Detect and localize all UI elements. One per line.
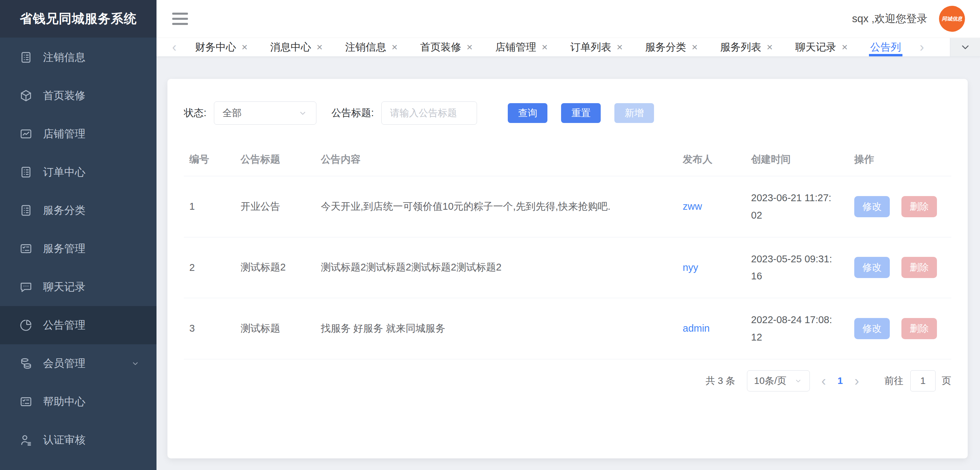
- cell-created: 2022-08-24 17:08:12: [746, 298, 849, 359]
- publisher-link[interactable]: zww: [683, 201, 702, 212]
- announcement-card: 状态: 全部 公告标题: 查询 重置 新增 编号: [167, 79, 968, 458]
- tab-service-category[interactable]: 服务分类×: [645, 38, 698, 56]
- announcement-title-input[interactable]: [381, 102, 477, 125]
- list-check-icon: [19, 242, 33, 256]
- sidebar-item-label: 服务分类: [43, 203, 86, 218]
- col-id: 编号: [184, 144, 235, 176]
- close-icon[interactable]: ×: [842, 42, 848, 52]
- close-icon[interactable]: ×: [767, 42, 773, 52]
- hamburger-menu-icon[interactable]: [172, 13, 188, 25]
- welcome-text: sqx ,欢迎您登录: [852, 12, 928, 26]
- sidebar-item-home-decorate[interactable]: 首页装修: [0, 76, 156, 115]
- close-icon[interactable]: ×: [317, 42, 323, 52]
- edit-button[interactable]: 修改: [854, 257, 890, 278]
- sidebar-item-member-manage[interactable]: 会员管理: [0, 344, 156, 383]
- close-icon[interactable]: ×: [542, 42, 548, 52]
- avatar[interactable]: 同城信息: [939, 6, 965, 32]
- top-header: sqx ,欢迎您登录 同城信息: [156, 0, 980, 38]
- sidebar-item-label: 认证审核: [43, 433, 86, 447]
- avatar-label: 同城信息: [942, 16, 962, 22]
- tab-logout-info[interactable]: 注销信息×: [345, 38, 398, 56]
- sidebar-item-logout-info[interactable]: 注销信息: [0, 38, 156, 76]
- status-select[interactable]: 全部: [214, 102, 317, 125]
- goto-label: 前往: [885, 374, 904, 387]
- publisher-link[interactable]: nyy: [683, 262, 698, 273]
- cell-title: 开业公告: [235, 176, 315, 237]
- delete-button[interactable]: 删除: [901, 196, 937, 217]
- cell-created: 2023-06-21 11:27:02: [746, 176, 849, 237]
- total-count: 共 3 条: [706, 374, 735, 387]
- announcement-title-label: 公告标题:: [331, 106, 374, 120]
- search-button[interactable]: 查询: [508, 103, 547, 123]
- sidebar-item-help-center[interactable]: 帮助中心: [0, 383, 156, 421]
- tab-service-list[interactable]: 服务列表×: [720, 38, 773, 56]
- close-icon[interactable]: ×: [467, 42, 473, 52]
- close-icon[interactable]: ×: [242, 42, 248, 52]
- close-icon[interactable]: ×: [692, 42, 698, 52]
- page-size-select[interactable]: 10条/页: [747, 370, 810, 391]
- chevron-down-icon: [298, 108, 308, 118]
- sidebar: 省钱兄同城服务系统 注销信息 首页装修 店铺管理 订单中心 服务分类 服务管理: [0, 0, 156, 470]
- tab-scroll-right-icon[interactable]: ›: [912, 38, 931, 56]
- publisher-link[interactable]: admin: [683, 323, 710, 334]
- announcement-table: 编号 公告标题 公告内容 发布人 创建时间 操作 1 开业公告 今天开业,到店统…: [184, 144, 951, 359]
- sidebar-item-label: 服务管理: [43, 241, 86, 256]
- chevron-down-icon: [959, 41, 972, 53]
- chevron-down-icon: [794, 376, 803, 385]
- coins-icon: [19, 357, 33, 370]
- cell-content: 找服务 好服务 就来同城服务: [315, 298, 677, 359]
- close-icon[interactable]: ×: [617, 42, 623, 52]
- sidebar-item-auth-review[interactable]: 认证审核: [0, 421, 156, 459]
- goto-page-input[interactable]: [910, 370, 935, 391]
- sidebar-item-label: 公告管理: [43, 318, 86, 332]
- tab-scroll-left-icon[interactable]: ‹: [165, 38, 184, 56]
- sidebar-item-order-center[interactable]: 订单中心: [0, 153, 156, 191]
- pagination: 共 3 条 10条/页 ‹ 1 › 前往 页: [184, 370, 951, 391]
- filter-bar: 状态: 全部 公告标题: 查询 重置 新增: [184, 102, 951, 125]
- sidebar-item-service-manage[interactable]: 服务管理: [0, 230, 156, 268]
- clipboard-icon: [19, 51, 33, 64]
- sidebar-item-shop-manage[interactable]: 店铺管理: [0, 115, 156, 153]
- delete-button[interactable]: 删除: [901, 257, 937, 278]
- col-publisher: 发布人: [677, 144, 746, 176]
- sidebar-item-service-category[interactable]: 服务分类: [0, 191, 156, 230]
- tab-shop-manage[interactable]: 店铺管理×: [495, 38, 548, 56]
- reset-button[interactable]: 重置: [561, 103, 601, 123]
- col-title: 公告标题: [235, 144, 315, 176]
- sidebar-item-label: 聊天记录: [43, 280, 86, 294]
- sidebar-menu: 注销信息 首页装修 店铺管理 订单中心 服务分类 服务管理 聊天记录: [0, 38, 156, 470]
- sidebar-item-label: 注销信息: [43, 50, 86, 65]
- prev-page-icon[interactable]: ‹: [810, 374, 837, 388]
- list-check-icon: [19, 395, 33, 408]
- tab-announcement-list-active[interactable]: 公告列: [870, 38, 901, 56]
- edit-button[interactable]: 修改: [854, 318, 890, 339]
- sidebar-item-chat-history[interactable]: 聊天记录: [0, 268, 156, 306]
- tab-dropdown-button[interactable]: [950, 38, 980, 56]
- chat-icon: [19, 280, 33, 294]
- table-row: 3 测试标题 找服务 好服务 就来同城服务 admin 2022-08-24 1…: [184, 298, 951, 359]
- next-page-icon[interactable]: ›: [843, 374, 871, 388]
- sidebar-item-label: 帮助中心: [43, 394, 86, 409]
- table-row: 2 测试标题2 测试标题2测试标题2测试标题2测试标题2 nyy 2023-05…: [184, 237, 951, 298]
- edit-button[interactable]: 修改: [854, 196, 890, 217]
- current-page[interactable]: 1: [837, 375, 843, 386]
- add-button[interactable]: 新增: [614, 103, 654, 123]
- chevron-down-icon: [130, 359, 140, 368]
- cell-content: 测试标题2测试标题2测试标题2测试标题2: [315, 237, 677, 298]
- close-icon[interactable]: ×: [391, 42, 398, 52]
- sidebar-item-announcement-manage[interactable]: 公告管理: [0, 306, 156, 344]
- col-actions: 操作: [849, 144, 951, 176]
- table-row: 1 开业公告 今天开业,到店统一可领价值10元的粽子一个,先到先得,快来抢购吧.…: [184, 176, 951, 237]
- tab-finance-center[interactable]: 财务中心×: [195, 38, 248, 56]
- page-suffix: 页: [942, 374, 951, 387]
- cell-id: 3: [184, 298, 235, 359]
- delete-button[interactable]: 删除: [901, 318, 937, 339]
- tab-chat-history[interactable]: 聊天记录×: [795, 38, 848, 56]
- tab-home-decorate[interactable]: 首页装修×: [420, 38, 473, 56]
- tab-message-center[interactable]: 消息中心×: [270, 38, 323, 56]
- status-label: 状态:: [184, 106, 207, 120]
- sidebar-item-label: 会员管理: [43, 356, 86, 371]
- page-size-value: 10条/页: [754, 374, 787, 387]
- tab-order-list[interactable]: 订单列表×: [570, 38, 623, 56]
- col-created: 创建时间: [746, 144, 849, 176]
